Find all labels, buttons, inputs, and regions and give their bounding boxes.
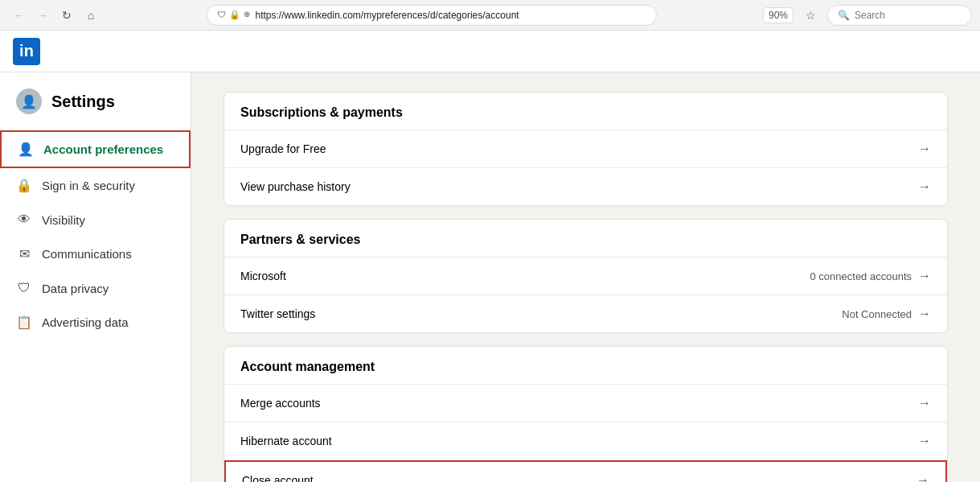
sidebar-item-advertising-data[interactable]: 📋 Advertising data	[0, 305, 191, 340]
browser-search-bar[interactable]: 🔍 Search	[827, 5, 972, 26]
avatar: 👤	[16, 89, 42, 114]
eye-icon: 👁	[16, 212, 32, 227]
browser-search-label: Search	[855, 10, 885, 21]
search-icon: 🔍	[838, 10, 850, 21]
row-label: Close account	[242, 474, 314, 482]
row-right: →	[918, 142, 931, 156]
back-button[interactable]: ←	[8, 5, 29, 26]
row-right: 0 connected accounts →	[810, 269, 931, 283]
bookmark-button[interactable]: ☆	[800, 5, 821, 26]
chevron-right-icon: →	[918, 396, 931, 410]
row-microsoft[interactable]: Microsoft 0 connected accounts →	[224, 257, 947, 295]
row-label: Twitter settings	[240, 307, 315, 320]
row-upgrade-free[interactable]: Upgrade for Free →	[224, 130, 947, 168]
forward-button[interactable]: →	[32, 5, 53, 26]
sidebar-item-sign-in-security[interactable]: 🔒 Sign in & security	[0, 168, 191, 203]
sidebar-item-label: Visibility	[42, 213, 85, 227]
row-right: →	[918, 434, 931, 448]
page-title: Settings	[51, 93, 115, 111]
subscriptions-payments-card: Subscriptions & payments Upgrade for Fre…	[223, 92, 948, 206]
zoom-level[interactable]: 90%	[763, 7, 793, 23]
shield-icon: 🛡	[16, 281, 32, 295]
row-label: Microsoft	[240, 270, 286, 282]
account-icon: 👤	[18, 142, 34, 157]
row-hibernate-account[interactable]: Hibernate account →	[224, 422, 947, 460]
linkedin-logo[interactable]: in	[13, 38, 40, 65]
sidebar-item-data-privacy[interactable]: 🛡 Data privacy	[0, 271, 191, 305]
chevron-right-icon: →	[916, 473, 929, 482]
browser-nav-buttons: ← → ↻ ⌂	[8, 5, 101, 26]
sidebar-item-label: Advertising data	[42, 315, 129, 329]
chevron-right-icon: →	[918, 434, 931, 448]
main-content: Subscriptions & payments Upgrade for Fre…	[191, 72, 980, 482]
settings-title-row: 👤 Settings	[0, 89, 191, 130]
row-close-account[interactable]: Close account →	[224, 460, 947, 482]
row-right: →	[918, 179, 931, 194]
row-right: →	[918, 396, 931, 410]
sidebar: 👤 Settings 👤 Account preferences 🔒 Sign …	[0, 72, 191, 482]
lock-icon: 🔒	[16, 178, 32, 193]
row-merge-accounts[interactable]: Merge accounts →	[224, 385, 947, 422]
partners-services-card: Partners & services Microsoft 0 connecte…	[223, 219, 948, 333]
sidebar-item-label: Data privacy	[42, 282, 109, 295]
linkedin-header: in	[0, 31, 980, 72]
chevron-right-icon: →	[918, 179, 931, 194]
envelope-icon: ✉	[16, 246, 32, 262]
chevron-right-icon: →	[918, 269, 931, 283]
row-label: Hibernate account	[240, 435, 332, 447]
reload-button[interactable]: ↻	[56, 5, 77, 26]
browser-chrome: ← → ↻ ⌂ 🛡 🔒 ⊕ https://www.linkedin.com/m…	[0, 0, 980, 31]
section-title-partners: Partners & services	[224, 220, 947, 257]
address-bar[interactable]: 🛡 🔒 ⊕ https://www.linkedin.com/myprefere…	[207, 5, 657, 26]
row-label: View purchase history	[240, 180, 351, 193]
chevron-right-icon: →	[918, 142, 931, 156]
sidebar-item-communications[interactable]: ✉ Communications	[0, 237, 191, 271]
section-title-subscriptions: Subscriptions & payments	[224, 93, 947, 130]
sidebar-item-account-preferences[interactable]: 👤 Account preferences	[0, 130, 191, 168]
chart-icon: 📋	[16, 315, 32, 330]
connected-accounts-text: 0 connected accounts	[810, 270, 912, 282]
not-connected-text: Not Connected	[842, 308, 912, 320]
sidebar-item-visibility[interactable]: 👁 Visibility	[0, 203, 191, 237]
row-label: Merge accounts	[240, 397, 321, 410]
home-button[interactable]: ⌂	[80, 5, 101, 26]
account-management-card: Account management Merge accounts → Hibe…	[223, 346, 948, 482]
row-label: Upgrade for Free	[240, 142, 326, 155]
tab-icon: ⊕	[244, 10, 250, 20]
row-right: →	[916, 473, 929, 482]
section-title-account-management: Account management	[224, 347, 947, 385]
security-icons: 🛡 🔒 ⊕	[217, 10, 250, 20]
row-purchase-history[interactable]: View purchase history →	[224, 168, 947, 205]
page-layout: 👤 Settings 👤 Account preferences 🔒 Sign …	[0, 72, 980, 482]
sidebar-item-label: Sign in & security	[42, 179, 135, 192]
sidebar-item-label: Communications	[42, 247, 132, 261]
shield-icon: 🛡	[217, 10, 226, 20]
chevron-right-icon: →	[918, 307, 931, 321]
row-right: Not Connected →	[842, 307, 931, 321]
lock-icon: 🔒	[229, 10, 240, 20]
row-twitter-settings[interactable]: Twitter settings Not Connected →	[224, 295, 947, 332]
sidebar-item-label: Account preferences	[43, 142, 163, 156]
address-url: https://www.linkedin.com/mypreferences/d…	[255, 10, 519, 21]
